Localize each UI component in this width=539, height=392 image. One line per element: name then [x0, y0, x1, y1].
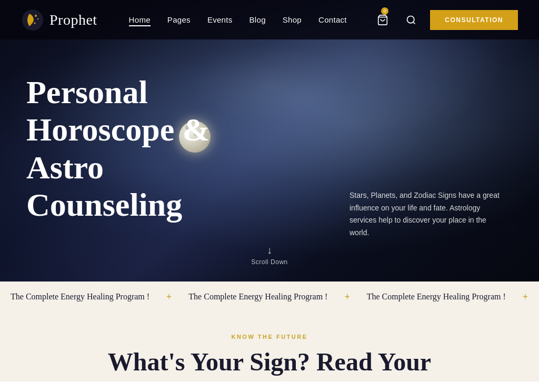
- brand-name: Prophet: [49, 12, 97, 28]
- ticker-plus-1: +: [166, 292, 172, 303]
- nav-link-pages[interactable]: Pages: [167, 15, 191, 24]
- navbar: Prophet Home Pages Events Blog Shop Cont…: [0, 0, 539, 39]
- nav-link-blog[interactable]: Blog: [249, 15, 266, 24]
- svg-point-3: [34, 22, 36, 24]
- scroll-down-label: Scroll Down: [251, 258, 288, 266]
- scroll-down-button[interactable]: ↓ Scroll Down: [251, 245, 288, 266]
- nav-item-pages[interactable]: Pages: [167, 15, 191, 25]
- nav-links: Home Pages Events Blog Shop Contact: [129, 15, 347, 25]
- cart-icon: [377, 14, 388, 26]
- hero-section: Personal Horoscope & Astro Counseling St…: [0, 0, 539, 282]
- ticker-plus-3: +: [523, 292, 528, 303]
- scroll-arrow-icon: ↓: [267, 245, 272, 255]
- section-heading: What's Your Sign? Read Your: [108, 347, 431, 376]
- svg-point-1: [35, 15, 37, 17]
- nav-right-actions: 0 CONSULTATION: [373, 10, 518, 30]
- nav-link-events[interactable]: Events: [207, 15, 233, 24]
- nav-item-home[interactable]: Home: [129, 15, 151, 25]
- ticker-plus-2: +: [344, 292, 350, 303]
- ticker-text-1: The Complete Energy Healing Program !: [11, 292, 149, 301]
- hero-content: Personal Horoscope & Astro Counseling: [0, 58, 274, 224]
- ticker-content: The Complete Energy Healing Program ! + …: [0, 292, 539, 303]
- search-button[interactable]: [402, 11, 421, 29]
- logo-icon: [21, 8, 44, 32]
- section-eyebrow: KNOW THE FUTURE: [231, 334, 307, 340]
- search-icon: [406, 15, 416, 25]
- cart-button[interactable]: 0: [373, 11, 392, 29]
- nav-item-events[interactable]: Events: [207, 15, 233, 25]
- nav-link-shop[interactable]: Shop: [283, 15, 302, 24]
- below-section: KNOW THE FUTURE What's Your Sign? Read Y…: [0, 312, 539, 381]
- nav-item-shop[interactable]: Shop: [283, 15, 302, 25]
- ticker-text-2: The Complete Energy Healing Program !: [188, 292, 327, 301]
- hero-title: Personal Horoscope & Astro Counseling: [26, 74, 247, 224]
- nav-item-blog[interactable]: Blog: [249, 15, 266, 25]
- svg-point-2: [37, 18, 38, 19]
- consultation-button[interactable]: CONSULTATION: [430, 10, 518, 30]
- nav-link-home[interactable]: Home: [129, 15, 151, 26]
- nav-link-contact[interactable]: Contact: [318, 15, 347, 24]
- hero-description: Stars, Planets, and Zodiac Signs have a …: [350, 189, 507, 239]
- nav-item-contact[interactable]: Contact: [318, 15, 347, 25]
- ticker-text-3: The Complete Energy Healing Program !: [367, 292, 506, 301]
- svg-point-5: [407, 16, 414, 23]
- ticker-bar: The Complete Energy Healing Program ! + …: [0, 282, 539, 312]
- svg-line-6: [413, 22, 415, 24]
- logo-link[interactable]: Prophet: [21, 8, 97, 32]
